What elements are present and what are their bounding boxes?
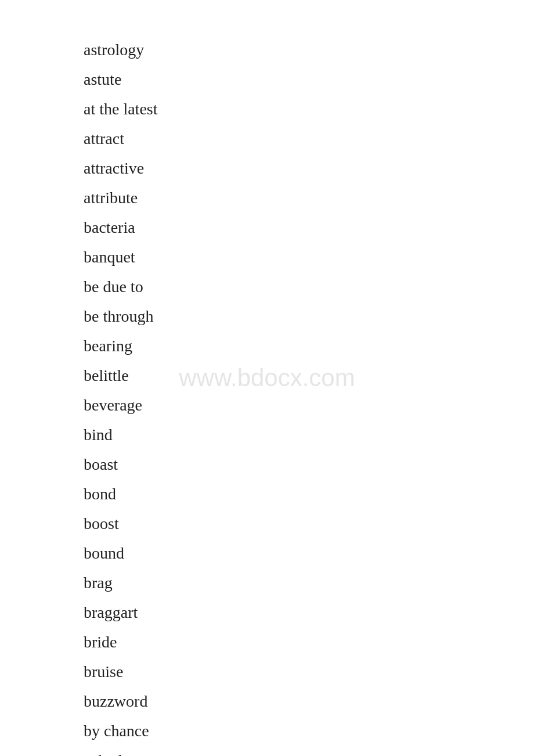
list-item: belittle	[84, 361, 534, 390]
list-item: bind	[84, 420, 534, 449]
list-item: by chance	[84, 716, 534, 746]
list-item: boast	[84, 449, 534, 479]
list-item: astrology	[84, 35, 534, 64]
list-item: banquet	[84, 242, 534, 272]
list-item: bond	[84, 479, 534, 509]
list-item: astute	[84, 64, 534, 94]
word-list: astrologyastuteat the latestattractattra…	[0, 0, 534, 756]
list-item: buzzword	[84, 686, 534, 716]
list-item: beverage	[84, 390, 534, 420]
list-item: boost	[84, 509, 534, 538]
list-item: attractive	[84, 153, 534, 183]
list-item: braggart	[84, 597, 534, 627]
list-item: brag	[84, 568, 534, 597]
list-item: bride	[84, 627, 534, 657]
list-item: attract	[84, 124, 534, 153]
list-item: calculate	[84, 746, 534, 756]
list-item: bruise	[84, 657, 534, 686]
list-item: be due to	[84, 272, 534, 301]
list-item: bearing	[84, 331, 534, 361]
list-item: bacteria	[84, 213, 534, 242]
list-item: at the latest	[84, 94, 534, 124]
list-item: be through	[84, 301, 534, 331]
list-item: bound	[84, 538, 534, 568]
list-item: attribute	[84, 183, 534, 213]
